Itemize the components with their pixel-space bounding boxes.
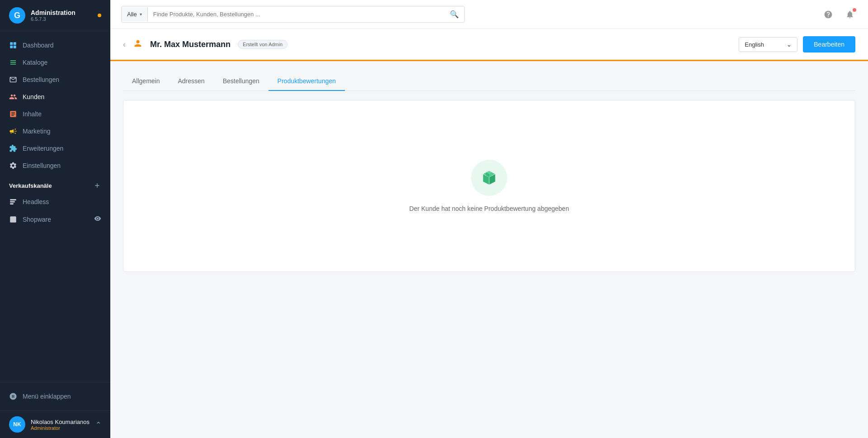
sidebar-footer: Menü einklappen	[0, 382, 110, 410]
collapse-label: Menü einklappen	[23, 393, 71, 400]
empty-box-icon	[480, 169, 498, 187]
created-badge: Erstellt von Admin	[238, 40, 288, 49]
sidebar-item-label: Bestellungen	[23, 76, 59, 83]
inhalte-icon	[9, 110, 17, 118]
collapse-menu-item[interactable]: Menü einklappen	[0, 388, 110, 405]
back-button[interactable]: ‹	[123, 40, 126, 49]
main-content: Alle ▾ 🔍 ‹ Mr. Max Mustermann Erstellt v…	[110, 0, 868, 438]
svg-rect-6	[10, 203, 14, 205]
topbar-actions	[821, 7, 857, 22]
sidebar-item-inhalte[interactable]: Inhalte	[0, 105, 110, 123]
sidebar-item-label: Kataloge	[23, 59, 47, 66]
bestellungen-icon	[9, 76, 17, 84]
search-container: Alle ▾ 🔍	[121, 6, 465, 23]
sidebar-item-bestellungen[interactable]: Bestellungen	[0, 71, 110, 88]
notification-wrapper	[843, 7, 857, 22]
empty-icon-wrapper	[471, 160, 507, 196]
tab-adressen[interactable]: Adressen	[169, 72, 213, 91]
notification-badge-dot	[853, 8, 856, 12]
kataloge-icon	[9, 58, 17, 67]
svg-rect-7	[10, 216, 16, 223]
customer-icon	[133, 38, 143, 51]
tab-allgemein[interactable]: Allgemein	[123, 72, 169, 91]
language-label: English	[745, 41, 764, 48]
sidebar-item-einstellungen[interactable]: Einstellungen	[0, 157, 110, 174]
search-input[interactable]	[148, 7, 444, 21]
header-actions: English ⌄ Bearbeiten	[739, 36, 855, 52]
tab-produktbewertungen[interactable]: Produktbewertungen	[269, 72, 345, 91]
sidebar-item-erweiterungen[interactable]: Erweiterungen	[0, 140, 110, 157]
svg-rect-2	[10, 46, 13, 48]
language-chevron: ⌄	[787, 41, 792, 48]
sidebar-item-kataloge[interactable]: Kataloge	[0, 54, 110, 71]
tab-bar: Allgemein Adressen Bestellungen Produktb…	[123, 72, 855, 91]
content-area: Allgemein Adressen Bestellungen Produktb…	[110, 61, 868, 438]
sidebar-header: G Administration 6.5.7.3	[0, 0, 110, 31]
sidebar-item-label: Inhalte	[23, 110, 42, 118]
headless-icon	[9, 198, 17, 206]
search-filter-button[interactable]: Alle ▾	[122, 7, 148, 21]
marketing-icon	[9, 127, 17, 135]
kunden-icon	[9, 93, 17, 101]
sidebar-item-kunden[interactable]: Kunden	[0, 88, 110, 105]
svg-rect-0	[10, 42, 13, 45]
tab-bestellungen[interactable]: Bestellungen	[214, 72, 269, 91]
sidebar-nav: Dashboard Kataloge Bestellungen Kunden I…	[0, 31, 110, 382]
add-sales-channel-button[interactable]	[93, 181, 101, 190]
sidebar-item-headless[interactable]: Headless	[0, 193, 110, 210]
svg-rect-1	[14, 42, 16, 45]
user-info: NK Nikolaos Koumarianos Administrator ⌃	[0, 410, 110, 438]
sidebar-item-label: Headless	[23, 198, 49, 205]
language-select[interactable]: English ⌄	[739, 37, 797, 52]
einstellungen-icon	[9, 162, 17, 170]
app-logo: G	[9, 7, 25, 24]
sidebar-item-label: Einstellungen	[23, 162, 61, 169]
sales-channels-title: Verkaufskanäle	[9, 182, 52, 189]
user-details: Nikolaos Koumarianos Administrator	[31, 419, 90, 431]
sidebar-item-label: Shopware	[23, 216, 51, 223]
page-title: Mr. Max Mustermann	[150, 40, 231, 49]
app-version: 6.5.7.3	[31, 16, 75, 22]
search-filter-label: Alle	[127, 11, 137, 18]
app-name: Administration	[31, 9, 75, 16]
svg-rect-4	[10, 199, 16, 200]
shopware-visibility-icon[interactable]	[94, 215, 101, 224]
status-dot	[98, 14, 101, 17]
app-info: Administration 6.5.7.3	[31, 9, 75, 22]
shopware-icon	[9, 215, 17, 224]
user-avatar: NK	[9, 416, 25, 433]
user-menu-chevron[interactable]: ⌃	[95, 420, 101, 429]
sidebar-item-label: Erweiterungen	[23, 145, 63, 152]
sidebar-item-dashboard[interactable]: Dashboard	[0, 37, 110, 54]
sidebar-item-label: Marketing	[23, 128, 50, 135]
product-reviews-card: Der Kunde hat noch keine Produktbewertun…	[123, 100, 855, 272]
sidebar-item-shopware[interactable]: Shopware	[0, 210, 110, 228]
collapse-icon	[9, 392, 17, 400]
sidebar-item-label: Kunden	[23, 93, 44, 100]
svg-rect-3	[14, 46, 16, 48]
search-button[interactable]: 🔍	[444, 6, 464, 22]
page-header: ‹ Mr. Max Mustermann Erstellt von Admin …	[110, 29, 868, 61]
topbar: Alle ▾ 🔍	[110, 0, 868, 29]
empty-state-message: Der Kunde hat noch keine Produktbewertun…	[409, 205, 569, 212]
svg-rect-5	[10, 201, 15, 203]
sidebar: G Administration 6.5.7.3 Dashboard Katal…	[0, 0, 110, 438]
sidebar-item-marketing[interactable]: Marketing	[0, 123, 110, 140]
user-role: Administrator	[31, 425, 90, 431]
edit-button[interactable]: Bearbeiten	[803, 36, 855, 52]
help-button[interactable]	[821, 7, 835, 22]
erweiterungen-icon	[9, 144, 17, 152]
dashboard-icon	[9, 41, 17, 49]
user-name: Nikolaos Koumarianos	[31, 419, 90, 425]
sales-channels-section: Verkaufskanäle	[0, 174, 110, 193]
search-filter-chevron: ▾	[140, 12, 142, 17]
sidebar-item-label: Dashboard	[23, 42, 54, 49]
